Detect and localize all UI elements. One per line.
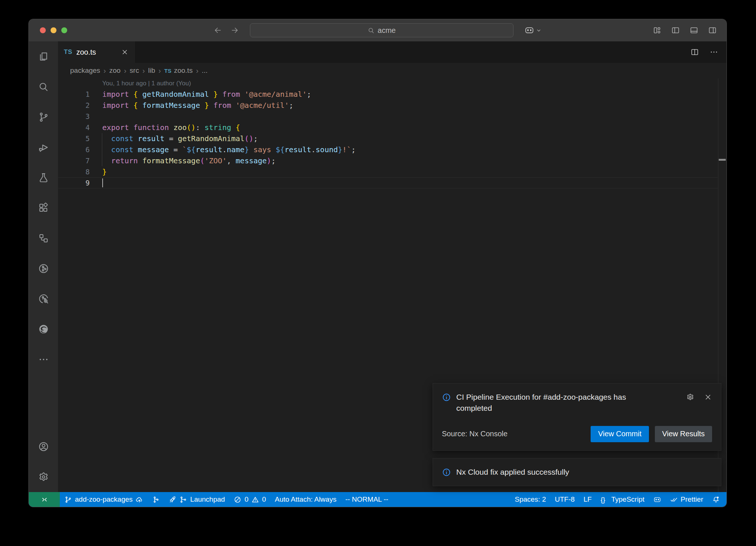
activity-bar-gitlens[interactable] bbox=[29, 253, 58, 284]
status-notifications-bell[interactable] bbox=[708, 492, 724, 507]
extensions-icon bbox=[38, 202, 49, 214]
zoom-window-button[interactable] bbox=[61, 27, 67, 33]
editor-actions bbox=[690, 41, 718, 63]
nx-cloud-toast: Nx Cloud fix applied successfully bbox=[433, 458, 721, 486]
code-text: const result = getRandomAnimal(); bbox=[90, 133, 258, 144]
breadcrumb-item-zoo[interactable]: zoo bbox=[109, 66, 121, 75]
activity-bar-references[interactable] bbox=[29, 223, 58, 253]
tab-zoo-ts[interactable]: TS zoo.ts bbox=[58, 41, 135, 63]
code-line-5[interactable]: 5 const result = getRandomAnimal(); bbox=[58, 133, 718, 144]
tab-label: zoo.ts bbox=[76, 48, 96, 57]
source-control-icon bbox=[38, 112, 49, 123]
activity-bar-source-control[interactable] bbox=[29, 102, 58, 132]
activity-bar-search[interactable] bbox=[29, 72, 58, 102]
code-text: return formatMessage('ZOO', message); bbox=[90, 155, 276, 166]
code-line-6[interactable]: 6 const message = `${result.name} says $… bbox=[58, 144, 718, 155]
status-problems[interactable]: 00 bbox=[229, 492, 270, 507]
forward-arrow-icon[interactable] bbox=[230, 26, 239, 35]
activity-bar-gitlens-inspect[interactable] bbox=[29, 284, 58, 314]
code-line-8[interactable]: 8} bbox=[58, 166, 718, 177]
status-language[interactable]: {}TypeScript bbox=[596, 492, 649, 507]
status-remote-indicator[interactable] bbox=[29, 492, 60, 507]
layout-controls bbox=[653, 19, 717, 41]
code-text bbox=[90, 177, 102, 188]
back-arrow-icon[interactable] bbox=[213, 26, 222, 35]
remote-icon bbox=[41, 496, 48, 504]
status-eol[interactable]: LF bbox=[579, 492, 596, 507]
bell-dot-icon bbox=[712, 496, 720, 504]
overview-ruler-cursor-mark bbox=[719, 159, 726, 161]
code-lines: 1import { getRandomAnimal } from '@acme/… bbox=[58, 89, 718, 188]
minimize-window-button[interactable] bbox=[51, 27, 56, 33]
customize-layout-icon[interactable] bbox=[653, 26, 662, 35]
status-launchpad[interactable]: Launchpad bbox=[164, 492, 229, 507]
breadcrumb-separator: › bbox=[124, 66, 127, 75]
breadcrumb-separator: › bbox=[196, 66, 199, 75]
view-results-button[interactable]: View Results bbox=[655, 426, 712, 442]
activity-bar-explorer[interactable] bbox=[29, 41, 58, 72]
activity-bar-run-debug[interactable] bbox=[29, 132, 58, 163]
typescript-file-icon: TS bbox=[164, 68, 171, 74]
title-bar: acme bbox=[29, 19, 726, 41]
breadcrumb-label: lib bbox=[148, 66, 155, 75]
code-line-9[interactable]: 9 bbox=[58, 177, 718, 188]
status-problems-label: 0 bbox=[262, 495, 266, 504]
activity-bar-extensions[interactable] bbox=[29, 193, 58, 223]
cloud-upload-icon bbox=[135, 496, 143, 504]
command-center-search[interactable]: acme bbox=[250, 23, 513, 37]
split-editor-icon[interactable] bbox=[690, 48, 699, 57]
breadcrumb-item-src[interactable]: src bbox=[130, 66, 139, 75]
code-line-4[interactable]: 4export function zoo(): string { bbox=[58, 122, 718, 133]
activity-bar-edge-tools[interactable] bbox=[29, 314, 58, 344]
code-line-3[interactable]: 3 bbox=[58, 111, 718, 122]
history-nav bbox=[213, 19, 239, 41]
copilot-menu[interactable] bbox=[525, 19, 542, 41]
activity-bar-account[interactable] bbox=[29, 431, 58, 462]
more-views-icon bbox=[38, 354, 49, 365]
toggle-sidebar-right-icon[interactable] bbox=[708, 26, 717, 35]
line-number: 8 bbox=[58, 166, 90, 177]
status-encoding[interactable]: UTF-8 bbox=[550, 492, 579, 507]
status-copilot-status[interactable] bbox=[649, 492, 666, 507]
run-debug-icon bbox=[38, 142, 49, 153]
text-cursor bbox=[102, 178, 103, 187]
breadcrumb-label: zoo.ts bbox=[174, 66, 193, 75]
search-value: acme bbox=[378, 26, 396, 35]
toast-actions bbox=[686, 392, 712, 401]
copilot-icon bbox=[653, 496, 661, 504]
gitlens-inspect-icon bbox=[38, 293, 49, 304]
code-line-2[interactable]: 2import { formatMessage } from '@acme/ut… bbox=[58, 100, 718, 111]
activity-bar-testing[interactable] bbox=[29, 163, 58, 193]
breadcrumb-item-[interactable]: ... bbox=[202, 66, 208, 75]
activity-bar-settings-gear[interactable] bbox=[29, 462, 58, 492]
breadcrumb-item-zoots[interactable]: TSzoo.ts bbox=[164, 66, 193, 75]
code-line-1[interactable]: 1import { getRandomAnimal } from '@acme/… bbox=[58, 89, 718, 100]
close-window-button[interactable] bbox=[40, 27, 46, 33]
breadcrumb-label: ... bbox=[202, 66, 208, 75]
breadcrumb-item-lib[interactable]: lib bbox=[148, 66, 155, 75]
status-formatter[interactable]: Prettier bbox=[666, 492, 708, 507]
close-icon[interactable] bbox=[704, 393, 712, 401]
ellipsis-icon[interactable] bbox=[709, 48, 718, 57]
toggle-panel-icon[interactable] bbox=[690, 26, 698, 35]
gear-icon[interactable] bbox=[686, 393, 694, 401]
status-auto-attach[interactable]: Auto Attach: Always bbox=[271, 492, 341, 507]
status-indentation[interactable]: Spaces: 2 bbox=[510, 492, 550, 507]
commit-graph-icon bbox=[152, 496, 160, 504]
toggle-sidebar-left-icon[interactable] bbox=[671, 26, 680, 35]
toast-message-row: Nx Cloud fix applied successfully bbox=[442, 467, 712, 478]
view-commit-button[interactable]: View Commit bbox=[591, 426, 649, 442]
breadcrumb-item-packages[interactable]: packages bbox=[70, 66, 100, 75]
activity-bar-more-views[interactable] bbox=[29, 344, 58, 375]
status-vim-mode-label: -- NORMAL -- bbox=[345, 495, 388, 504]
status-git-branch[interactable]: add-zoo-packages bbox=[60, 492, 148, 507]
breadcrumb-label: zoo bbox=[109, 66, 121, 75]
close-tab-icon[interactable] bbox=[121, 48, 128, 56]
status-commit-graph[interactable] bbox=[148, 492, 164, 507]
code-line-7[interactable]: 7 return formatMessage('ZOO', message); bbox=[58, 155, 718, 166]
status-vim-mode[interactable]: -- NORMAL -- bbox=[341, 492, 392, 507]
settings-gear-icon bbox=[38, 471, 49, 482]
code-text: import { getRandomAnimal } from '@acme/a… bbox=[90, 89, 311, 100]
toast-message: Nx Cloud fix applied successfully bbox=[456, 467, 569, 478]
line-number: 3 bbox=[58, 111, 90, 122]
